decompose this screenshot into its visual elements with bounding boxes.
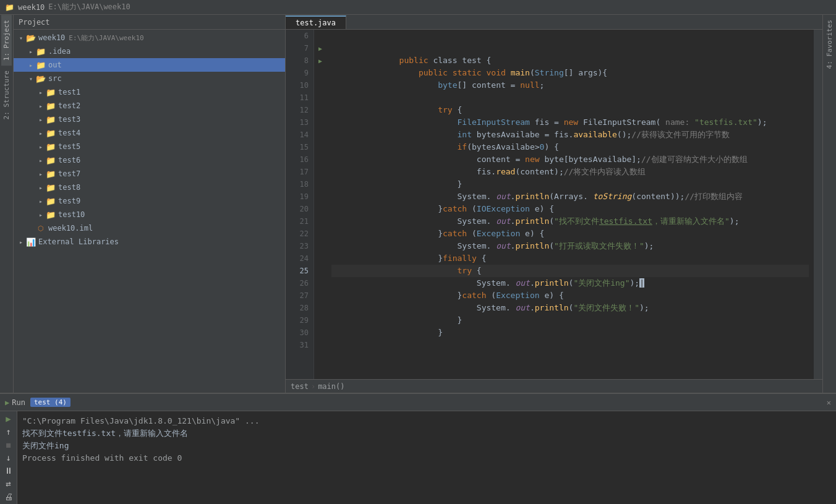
tok: ，请重新输入文件名"	[652, 216, 730, 226]
tok: println	[515, 241, 549, 250]
tok: catch	[443, 229, 467, 238]
tree-label-test9: test9	[58, 197, 80, 205]
code-line-7: public class test {	[331, 42, 809, 54]
tok: (Arrays.	[549, 192, 592, 201]
close-run-icon[interactable]: ✕	[827, 398, 831, 407]
folder-icon-ext-libs: 📊	[26, 237, 36, 247]
tok: out	[496, 241, 510, 250]
run-down-btn[interactable]: ↓	[2, 453, 15, 463]
tok: out	[496, 216, 510, 226]
run-pause-btn[interactable]: ⏸	[2, 465, 15, 476]
tree-item-test2[interactable]: 📁 test2	[14, 99, 285, 113]
run-output-line-2: 找不到文件testfis.txt，请重新输入文件名	[22, 427, 831, 440]
tree-item-test1[interactable]: 📁 test1	[14, 85, 285, 99]
tree-item-src[interactable]: 📂 src	[14, 72, 285, 85]
run-panel-content: ▶ ↑ ◼ ↓ ⏸ ⇄ 🖨 "C:\Program Files\Java\jdk…	[0, 411, 836, 504]
run-play-btn[interactable]: ▶	[2, 414, 15, 424]
sidebar-item-structure[interactable]: 2: Structure	[1, 66, 12, 124]
run-stop-btn[interactable]: ◼	[2, 440, 15, 450]
folder-icon-test10: 📁	[46, 210, 56, 220]
breadcrumb: test › main()	[286, 379, 822, 393]
tok	[380, 105, 438, 114]
tree-arrow-week10	[16, 33, 26, 43]
tok: }	[380, 204, 443, 213]
tree-path-week10: E:\能力\JAVA\week10	[69, 33, 143, 43]
tok: int	[458, 130, 477, 139]
code-editor[interactable]: 6 7 8 9 10 11 12 13 14 15 16 17 18 19 20…	[286, 30, 822, 379]
run-wrap-btn[interactable]: ⇄	[2, 478, 15, 489]
ln-21: 21	[286, 215, 314, 228]
tree-item-test5[interactable]: 📁 test5	[14, 140, 285, 153]
tok: ) {	[544, 142, 558, 152]
sidebar-item-project[interactable]: 1: Project	[1, 15, 12, 66]
tok: .	[530, 303, 535, 312]
tok: String	[535, 68, 564, 77]
ln-14: 14	[286, 129, 314, 141]
ln-26: 26	[286, 277, 314, 289]
tree-item-iml[interactable]: ⬡ week10.iml	[14, 221, 285, 235]
folder-icon-src: 📂	[36, 74, 46, 83]
tree-item-test3[interactable]: 📁 test3	[14, 113, 285, 126]
tree-item-ext-libs[interactable]: 📊 External Libraries	[14, 235, 285, 249]
tok: System.	[380, 241, 496, 250]
tok: }	[380, 291, 462, 300]
tree-item-test8[interactable]: 📁 test8	[14, 181, 285, 194]
tok	[380, 130, 457, 139]
tree-item-week10[interactable]: 📂 week10 E:\能力\JAVA\week10	[14, 31, 285, 45]
tree-label-test3: test3	[58, 115, 80, 124]
ln-13: 13	[286, 116, 314, 129]
folder-icon-test9: 📁	[46, 196, 56, 206]
tok: );	[644, 241, 654, 250]
tok: );	[730, 216, 740, 226]
tree-item-test6[interactable]: 📁 test6	[14, 153, 285, 167]
tok	[380, 56, 399, 65]
tok: );	[630, 278, 640, 288]
folder-icon-week10: 📂	[26, 33, 36, 43]
tree-item-test10[interactable]: 📁 test10	[14, 208, 285, 221]
tok	[689, 117, 694, 127]
tok: byte	[438, 80, 457, 90]
tree-label-test1: test1	[58, 88, 80, 96]
run-gutter: ▶ ▶	[314, 30, 326, 379]
breadcrumb-test: test	[291, 382, 309, 391]
code-line-6	[331, 30, 809, 42]
tok: (	[467, 204, 477, 213]
tok: }	[380, 254, 443, 263]
tok: e) {	[530, 204, 554, 213]
tree-item-test9[interactable]: 📁 test9	[14, 194, 285, 208]
project-panel: Project 📂 week10 E:\能力\JAVA\week10 📁 .id…	[14, 15, 286, 393]
run-btn-8[interactable]: ▶	[314, 54, 326, 67]
favorites-tab[interactable]: 4: Favorites	[824, 15, 835, 74]
tok: System.	[380, 192, 496, 201]
code-content[interactable]: public class test { public static void m…	[326, 30, 814, 379]
tree-label-test6: test6	[58, 156, 80, 164]
favorites-bar: 4: Favorites	[822, 15, 836, 393]
tree-label-ext-libs: External Libraries	[38, 237, 119, 246]
run-print-btn[interactable]: 🖨	[2, 491, 15, 502]
tree-label-test4: test4	[58, 129, 80, 137]
run-output-line-3: 关闭文件ing	[22, 440, 831, 452]
top-bar-path: E:\能力\JAVA\week10	[48, 2, 130, 12]
tab-test-java[interactable]: test.java	[286, 15, 346, 29]
run-up-btn[interactable]: ↑	[2, 427, 15, 437]
run-tab-label[interactable]: test (4)	[30, 398, 70, 407]
tree-item-test7[interactable]: 📁 test7	[14, 167, 285, 181]
tree-item-test4[interactable]: 📁 test4	[14, 126, 285, 140]
ln-25: 25	[286, 265, 314, 277]
tree-item-idea[interactable]: 📁 .idea	[14, 45, 285, 58]
tok: );	[639, 303, 649, 312]
tok: }	[380, 229, 443, 238]
ln-28: 28	[286, 302, 314, 314]
tree-label-test5: test5	[58, 142, 80, 151]
ln-18: 18	[286, 178, 314, 190]
tok: println	[535, 278, 569, 288]
tree-item-out[interactable]: 📁 out	[14, 58, 285, 72]
folder-icon-test4: 📁	[46, 128, 56, 138]
tree-label-test8: test8	[58, 183, 80, 192]
tok: );	[757, 117, 767, 127]
breadcrumb-main: main()	[318, 382, 344, 391]
run-btn-7[interactable]: ▶	[314, 42, 326, 54]
tok: test	[462, 56, 481, 65]
tok: (	[549, 241, 554, 250]
folder-icon-test1: 📁	[46, 87, 56, 97]
